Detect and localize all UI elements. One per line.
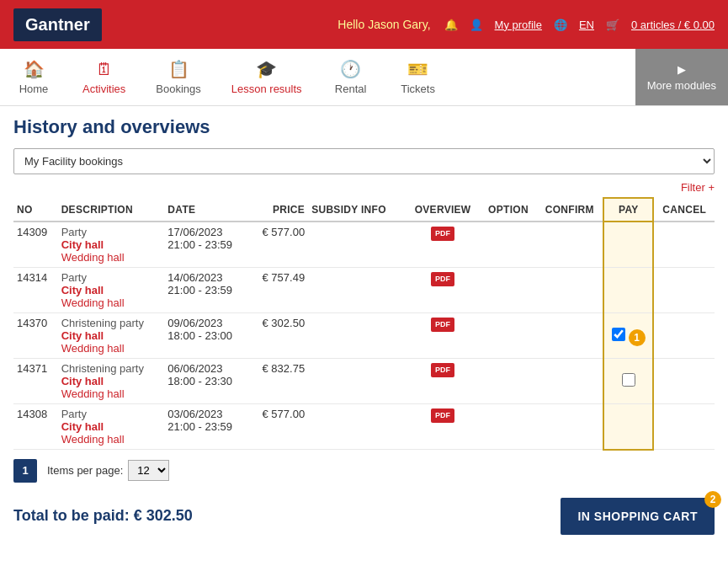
footer-row: Total to be paid: € 302.50 IN SHOPPING C… [0,491,728,542]
row-no: 14308 [13,404,58,450]
pay-checkbox[interactable] [612,328,625,341]
row-subsidy [308,404,405,450]
nav-activities[interactable]: 🗓 Activities [67,49,141,105]
shopping-cart-button[interactable]: IN SHOPPING CART [561,498,715,535]
col-price: PRICE [249,198,308,222]
row-pay [603,268,653,313]
more-modules-icon: ▶ [678,63,686,76]
pay-checkbox[interactable] [622,373,635,387]
greeting: Hello Jason Gary, [337,18,430,31]
row-date: 17/06/2023 21:00 - 23:59 [164,222,249,268]
row-overview[interactable]: PDF [405,222,480,268]
row-pay-checked[interactable]: 1 [603,313,653,359]
my-profile-link[interactable]: My profile [495,19,542,31]
row-description: Christening party City hall Wedding hall [58,359,165,404]
row-description: Party City hall Wedding hall [58,404,165,450]
bell-icon[interactable]: 🔔 [444,19,458,31]
col-date: DATE [164,198,249,222]
row-option [481,268,537,313]
pdf-icon[interactable]: PDF [431,318,454,344]
row-cancel [653,359,715,404]
row-pay-unchecked[interactable] [603,359,653,404]
col-option: OPTION [481,198,537,222]
row-date: 09/06/2023 18:00 - 23:00 [164,313,249,359]
facility-dropdown[interactable]: My Facility bookings My Activities My Le… [13,148,715,174]
row-option [481,222,537,268]
bookings-table: NO DESCRIPTION DATE PRICE SUBSIDY INFO O… [13,197,715,451]
row-price: € 577.00 [249,404,308,450]
profile-icon: 👤 [470,19,483,31]
filter-link[interactable]: Filter + [681,181,715,194]
row-date: 03/06/2023 21:00 - 23:59 [164,404,249,450]
row-overview[interactable]: PDF [405,268,480,313]
row-cancel [653,268,715,313]
cart-link[interactable]: 0 articles / € 0.00 [631,19,715,31]
row-option [481,404,537,450]
row-date: 14/06/2023 21:00 - 23:59 [164,268,249,313]
row-price: € 757.49 [249,268,308,313]
table-row: 14309 Party City hall Wedding hall 17/06… [13,222,715,268]
row-confirm [536,359,603,404]
nav-rental[interactable]: 🕐 Rental [317,49,385,105]
row-confirm [536,404,603,450]
bookings-table-wrap: NO DESCRIPTION DATE PRICE SUBSIDY INFO O… [0,197,728,451]
row-no: 14371 [13,359,58,404]
row-subsidy [308,313,405,359]
row-overview[interactable]: PDF [405,313,480,359]
row-no: 14370 [13,313,58,359]
activities-icon: 🗓 [96,60,113,79]
facility-dropdown-row: My Facility bookings My Activities My Le… [0,145,728,178]
nav-home-label: Home [19,83,49,95]
nav-lesson-results-label: Lesson results [231,83,302,95]
row-subsidy [308,359,405,404]
row-confirm [536,313,603,359]
pdf-icon[interactable]: PDF [431,363,454,390]
row-price: € 577.00 [249,222,308,268]
cart-button-wrap: IN SHOPPING CART 2 [561,498,715,535]
row-option [481,313,537,359]
col-subsidy: SUBSIDY INFO [308,198,405,222]
cart-button-badge: 2 [704,491,721,508]
nav-rental-label: Rental [335,83,367,95]
row-price: € 302.50 [249,313,308,359]
page-1-button[interactable]: 1 [13,459,37,483]
col-description: DESCRIPTION [58,198,165,222]
filter-row: Filter + [0,178,728,197]
row-price: € 832.75 [249,359,308,404]
items-per-page-control: Items per page: 12 24 48 [47,460,169,481]
nav-lesson-results[interactable]: 🎓 Lesson results [216,49,317,105]
pagination-row: 1 Items per page: 12 24 48 [0,451,728,491]
pdf-icon[interactable]: PDF [431,227,454,254]
nav-tickets[interactable]: 🎫 Tickets [385,49,452,105]
col-cancel: CANCEL [653,198,715,222]
row-overview[interactable]: PDF [405,359,480,404]
col-pay: PAY [603,198,653,222]
table-row: 14308 Party City hall Wedding hall 03/06… [13,404,715,450]
row-no: 14314 [13,268,58,313]
items-per-page-select[interactable]: 12 24 48 [128,460,169,481]
table-header-row: NO DESCRIPTION DATE PRICE SUBSIDY INFO O… [13,198,715,222]
pdf-icon[interactable]: PDF [431,408,454,435]
row-cancel [653,404,715,450]
language-link[interactable]: EN [579,19,594,31]
logo: Gantner [13,8,102,41]
table-row: 14314 Party City hall Wedding hall 14/06… [13,268,715,313]
col-confirm: CONFIRM [536,198,603,222]
nav-more-modules[interactable]: ▶ More modules [635,49,728,105]
row-no: 14309 [13,222,58,268]
row-overview[interactable]: PDF [405,404,480,450]
row-subsidy [308,268,405,313]
nav-tickets-label: Tickets [401,83,435,95]
total-text: Total to be paid: € 302.50 [13,507,193,525]
row-subsidy [308,222,405,268]
nav-home[interactable]: 🏠 Home [0,49,67,105]
pdf-icon[interactable]: PDF [431,272,454,299]
row-cancel [653,313,715,359]
row-confirm [536,268,603,313]
row-pay [603,222,653,268]
row-cancel [653,222,715,268]
lesson-results-icon: 🎓 [256,59,277,79]
rental-icon: 🕐 [340,59,361,79]
row-confirm [536,222,603,268]
nav-bookings[interactable]: 📋 Bookings [141,49,215,105]
